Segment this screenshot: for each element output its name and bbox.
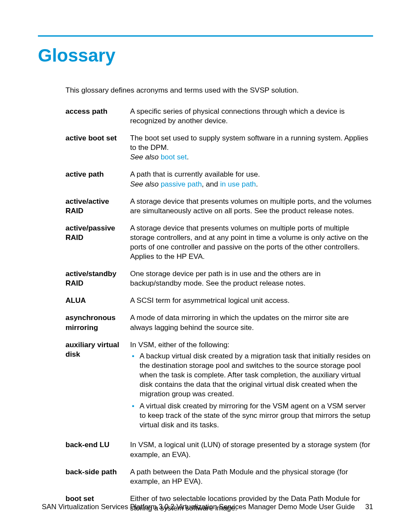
definition-text: In VSM, either of the following: — [130, 340, 373, 350]
glossary-definition: In VSM, either of the following:A backup… — [130, 340, 373, 433]
footer-doc-title: SAN Virtualization Services Platform 3.0… — [42, 503, 355, 510]
definition-text: A path that is currently available for u… — [130, 170, 373, 179]
see-also-label: See also — [130, 180, 161, 188]
glossary-term: auxiliary virtual disk — [65, 340, 130, 359]
glossary-definition: A storage device that presents volumes o… — [130, 197, 373, 216]
definition-text: A storage device that presents volumes o… — [130, 197, 373, 216]
see-also-label: See also — [130, 153, 161, 161]
glossary-definition: A mode of data mirroring in which the up… — [130, 313, 373, 332]
glossary-entry: active/standby RAIDOne storage device pe… — [65, 269, 373, 288]
glossary-term: ALUA — [65, 296, 130, 305]
definition-bullet: A backup virtual disk created by a migra… — [130, 352, 373, 399]
see-also-link[interactable]: boot set — [161, 153, 187, 161]
glossary-entry: ALUAA SCSI term for asymmetrical logical… — [65, 296, 373, 305]
definition-text: A SCSI term for asymmetrical logical uni… — [130, 296, 373, 305]
glossary-definition: A SCSI term for asymmetrical logical uni… — [130, 296, 373, 305]
glossary-term: back-end LU — [65, 440, 130, 450]
intro-paragraph: This glossary defines acronyms and terms… — [65, 86, 373, 96]
glossary-term: access path — [65, 107, 130, 116]
glossary-entry: active/passive RAIDA storage device that… — [65, 224, 373, 261]
glossary-definition: A storage device that presents volumes o… — [130, 224, 373, 261]
glossary-definition: The boot set used to supply system softw… — [130, 134, 373, 162]
glossary-term: active/standby RAID — [65, 269, 130, 288]
definition-text: A specific series of physical connection… — [130, 107, 373, 126]
glossary-definition: A specific series of physical connection… — [130, 107, 373, 126]
glossary-definition: In VSM, a logical unit (LUN) of storage … — [130, 440, 373, 459]
glossary-definition: A path between the Data Path Module and … — [130, 467, 373, 486]
glossary-definition: A path that is currently available for u… — [130, 170, 373, 189]
definition-text: A path between the Data Path Module and … — [130, 467, 373, 486]
glossary-entry: back-end LUIn VSM, a logical unit (LUN) … — [65, 440, 373, 459]
glossary-list: access pathA specific series of physical… — [65, 107, 373, 513]
document-page: Glossary This glossary defines acronyms … — [38, 35, 373, 506]
definition-text: The boot set used to supply system softw… — [130, 134, 373, 152]
glossary-term: asynchronous mirroring — [65, 313, 130, 332]
footer-page-number: 31 — [365, 503, 373, 510]
definition-text: In VSM, a logical unit (LUN) of storage … — [130, 440, 373, 459]
glossary-term: active/passive RAID — [65, 224, 130, 243]
header-rule — [38, 35, 373, 37]
definition-text: A mode of data mirroring in which the up… — [130, 313, 373, 332]
glossary-entry: auxiliary virtual diskIn VSM, either of … — [65, 340, 373, 433]
glossary-term: active path — [65, 170, 130, 179]
glossary-entry: asynchronous mirroringA mode of data mir… — [65, 313, 373, 332]
glossary-term: active/active RAID — [65, 197, 130, 216]
definition-bullet-list: A backup virtual disk created by a migra… — [130, 352, 373, 430]
glossary-term: back-side path — [65, 467, 130, 477]
glossary-entry: back-side pathA path between the Data Pa… — [65, 467, 373, 486]
page-title: Glossary — [38, 45, 373, 66]
glossary-entry: active boot setThe boot set used to supp… — [65, 134, 373, 162]
glossary-entry: access pathA specific series of physical… — [65, 107, 373, 126]
glossary-entry: active/active RAIDA storage device that … — [65, 197, 373, 216]
glossary-entry: active pathA path that is currently avai… — [65, 170, 373, 189]
definition-text: One storage device per path is in use an… — [130, 269, 373, 288]
see-also-link[interactable]: passive path — [161, 180, 202, 188]
page-footer: SAN Virtualization Services Platform 3.0… — [38, 502, 373, 511]
see-also: See also boot set. — [130, 152, 373, 162]
definition-bullet: A virtual disk created by mirroring for … — [130, 401, 373, 430]
glossary-term: active boot set — [65, 134, 130, 143]
see-also-link[interactable]: in use path — [220, 180, 256, 188]
definition-text: A storage device that presents volumes o… — [130, 224, 373, 261]
glossary-definition: One storage device per path is in use an… — [130, 269, 373, 288]
see-also: See also passive path, and in use path. — [130, 180, 373, 189]
